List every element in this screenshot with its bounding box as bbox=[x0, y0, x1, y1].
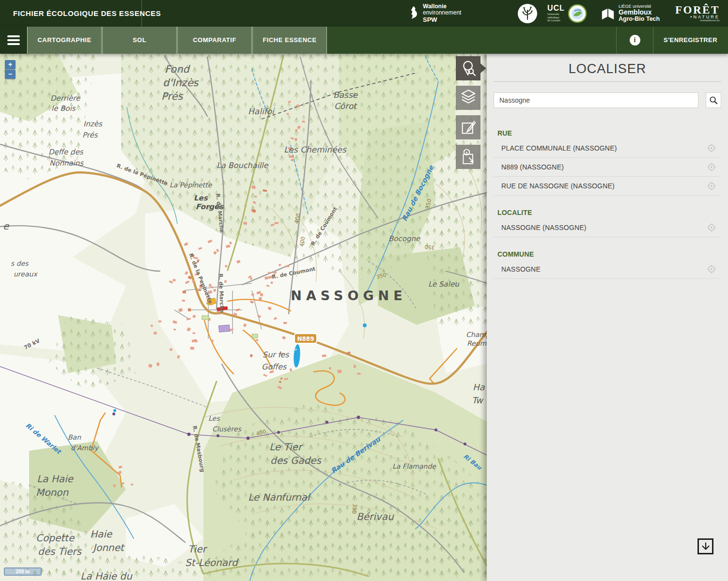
locate-target-icon[interactable] bbox=[707, 143, 716, 153]
result-section-rue: RUEPLACE COMMUNALE (NASSOGNE)N889 (NASSO… bbox=[494, 129, 721, 196]
logo-tree-circle bbox=[517, 0, 538, 27]
topographic-map: N889 Fondd'InzèsPrésHalifoiBasseCôrotLes… bbox=[0, 54, 487, 581]
map-label-place: La Haie bbox=[37, 473, 74, 485]
section-heading: COMMUNE bbox=[497, 250, 721, 258]
map-label-place: le Bois bbox=[51, 104, 76, 113]
map-label-contour: 350 bbox=[424, 244, 435, 251]
result-item-label: N889 (NASSOGNE) bbox=[501, 163, 564, 171]
hamburger-menu-button[interactable] bbox=[0, 27, 27, 54]
search-input[interactable] bbox=[494, 92, 698, 108]
result-section-localite: LOCALITENASSOGNE (NASSOGNE) bbox=[494, 209, 721, 237]
app-title: FICHIER ÉCOLOGIQUE DES ESSENCES bbox=[13, 0, 161, 27]
identify-tool-button[interactable] bbox=[456, 145, 480, 169]
map-label-place: Prés bbox=[82, 131, 98, 139]
map-label-place: Tier bbox=[188, 543, 207, 555]
locate-target-icon[interactable] bbox=[707, 181, 716, 191]
logo-ucl-abbr: UCL bbox=[547, 4, 565, 13]
nav-tab-fiche-essence[interactable]: FICHE ESSENCE bbox=[252, 27, 327, 54]
nav-tab-cartographie[interactable]: CARTOGRAPHIE bbox=[27, 27, 102, 54]
logo-gembloux-line3: Agro-Bio Tech bbox=[619, 16, 660, 22]
layers-tool-button[interactable] bbox=[456, 86, 480, 110]
map-label-place: Ha bbox=[473, 382, 485, 392]
logo-ucl-cap3: de Louvain bbox=[547, 19, 565, 22]
map-label-place: Côrot bbox=[334, 101, 357, 111]
map-label-place: Le Nanfurnal bbox=[248, 491, 311, 503]
register-button[interactable]: S'ENREGISTRER bbox=[653, 27, 728, 54]
nav-tab-sol[interactable]: SOL bbox=[102, 27, 177, 54]
map-label-place: Les bbox=[208, 414, 220, 422]
locate-search-icon bbox=[458, 58, 479, 79]
locate-target-icon[interactable] bbox=[707, 162, 716, 172]
map-label-place: Sur les bbox=[263, 350, 290, 359]
result-item[interactable]: NASSOGNE (NASSOGNE) bbox=[494, 218, 721, 237]
map-label-place: Fond bbox=[165, 63, 190, 75]
result-item[interactable]: PLACE COMMUNALE (NASSOGNE) bbox=[494, 139, 721, 158]
locate-target-icon[interactable] bbox=[707, 264, 716, 274]
locate-tool-button[interactable] bbox=[456, 56, 480, 80]
map-label-place: d'Inzès bbox=[163, 77, 200, 89]
logo-ucl-cap1: Université bbox=[547, 13, 565, 16]
map-label-place: Clusères bbox=[212, 425, 242, 433]
info-button[interactable]: i bbox=[616, 27, 653, 54]
map-label-place: e bbox=[3, 220, 10, 232]
map-label-place: La Bouchaille bbox=[217, 161, 269, 170]
map-canvas[interactable]: N889 Fondd'InzèsPrésHalifoiBasseCôrotLes… bbox=[0, 54, 487, 581]
map-label-place: des Gades bbox=[270, 455, 322, 466]
nav-tabs: CARTOGRAPHIESOLCOMPARATIFFICHE ESSENCE bbox=[27, 27, 327, 54]
map-label-place: Le Tier bbox=[269, 441, 303, 453]
result-item-label: RUE DE NASSOGNE (NASSOGNE) bbox=[501, 182, 615, 190]
map-label-place: des Tiers bbox=[38, 546, 82, 557]
logo-earth-life bbox=[568, 0, 587, 27]
result-item[interactable]: RUE DE NASSOGNE (NASSOGNE) bbox=[494, 177, 721, 196]
map-label-place: La Pépinette bbox=[170, 181, 213, 189]
map-label-place: s des bbox=[11, 260, 29, 267]
map-label-place: Bérivau bbox=[356, 511, 394, 522]
draw-tool-button[interactable] bbox=[456, 115, 480, 139]
map-label-place: Les Cheminées bbox=[284, 145, 347, 154]
map-label-place: Haie bbox=[90, 528, 113, 540]
map-zoom-controls: + − bbox=[5, 60, 15, 79]
map-label-place: La Haie du bbox=[80, 570, 133, 581]
panel-title: LOCALISER bbox=[487, 61, 728, 76]
search-results: RUEPLACE COMMUNALE (NASSOGNE)N889 (NASSO… bbox=[494, 129, 721, 279]
map-label-place: ureaux bbox=[14, 270, 38, 278]
map-label-place: Copette bbox=[36, 532, 75, 544]
map-label-place: Inzès bbox=[83, 120, 103, 128]
zoom-out-button[interactable]: − bbox=[5, 70, 15, 79]
identify-info-icon bbox=[458, 146, 479, 168]
map-label-place: La Flamande bbox=[392, 462, 436, 470]
logo-wallonie-spw: Wallonie environnement SPW bbox=[407, 0, 461, 27]
map-label-place: Monon bbox=[36, 487, 69, 498]
section-heading: RUE bbox=[497, 129, 721, 137]
search-button[interactable] bbox=[706, 92, 721, 108]
map-label-place: Le Saleu bbox=[428, 280, 460, 289]
map-label-place: Goffes bbox=[262, 362, 287, 371]
map-label-city: NASSOGNE bbox=[291, 288, 406, 303]
logo-wallonie-line3: SPW bbox=[423, 16, 461, 23]
result-item-label: NASSOGNE (NASSOGNE) bbox=[501, 224, 587, 231]
earth-life-icon bbox=[568, 4, 587, 23]
result-section-commune: COMMUNENASSOGNE bbox=[494, 250, 721, 279]
map-label-place: Bocogne bbox=[388, 234, 421, 243]
download-button[interactable] bbox=[697, 538, 713, 554]
pencil-edit-icon bbox=[458, 117, 479, 138]
map-label-place: Reumo bbox=[467, 339, 487, 347]
road-shield-n889: N889 bbox=[294, 334, 317, 343]
localiser-panel: LOCALISER RUEPLACE COMMUNALE (NASSOGNE)N… bbox=[487, 54, 728, 581]
result-item[interactable]: N889 (NASSOGNE) bbox=[494, 158, 721, 177]
logo-ucl: UCL Université catholique de Louvain bbox=[547, 0, 565, 27]
info-icon: i bbox=[630, 35, 640, 46]
zoom-in-button[interactable]: + bbox=[5, 60, 15, 69]
open-book-icon bbox=[601, 6, 615, 21]
result-item-label: PLACE COMMUNALE (NASSOGNE) bbox=[501, 144, 617, 152]
map-label-place: Basse bbox=[333, 90, 358, 100]
result-item[interactable]: NASSOGNE bbox=[494, 260, 721, 279]
app-window: FICHIER ÉCOLOGIQUE DES ESSENCES Wallonie… bbox=[0, 0, 728, 581]
logo-ucl-cap2: catholique bbox=[547, 16, 565, 19]
map-label-place: Deffe des bbox=[48, 148, 84, 156]
section-heading: LOCALITE bbox=[497, 209, 721, 216]
map-label-place: St-Léonard bbox=[185, 557, 239, 568]
map-label-contour: 350 bbox=[351, 504, 358, 514]
locate-target-icon[interactable] bbox=[707, 223, 716, 232]
nav-tab-comparatif[interactable]: COMPARATIF bbox=[177, 27, 252, 54]
